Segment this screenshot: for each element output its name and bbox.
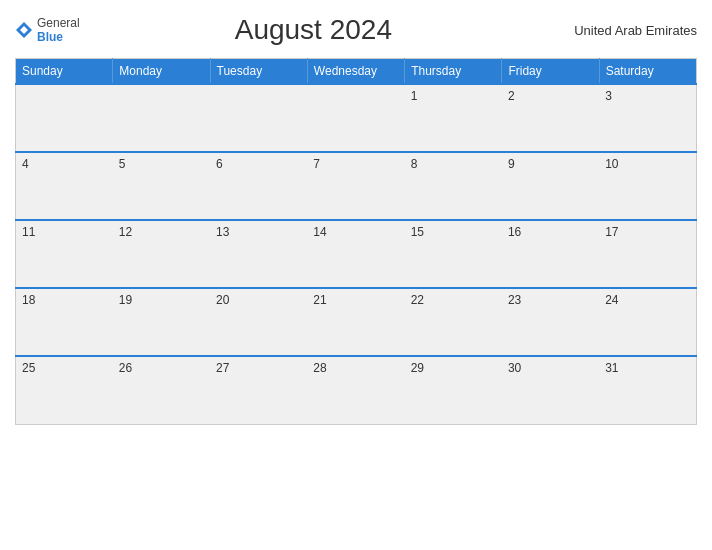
day-cell	[307, 84, 404, 152]
weekday-header-row: Sunday Monday Tuesday Wednesday Thursday…	[16, 59, 697, 85]
country-label: United Arab Emirates	[547, 23, 697, 38]
header-wednesday: Wednesday	[307, 59, 404, 85]
day-number: 26	[119, 361, 132, 375]
day-cell	[210, 84, 307, 152]
day-cell: 22	[405, 288, 502, 356]
header-friday: Friday	[502, 59, 599, 85]
day-number: 7	[313, 157, 320, 171]
day-cell: 18	[16, 288, 113, 356]
day-number: 30	[508, 361, 521, 375]
logo-blue: Blue	[37, 30, 80, 44]
day-cell: 31	[599, 356, 696, 424]
week-row-1: 45678910	[16, 152, 697, 220]
header-tuesday: Tuesday	[210, 59, 307, 85]
logo-general: General	[37, 16, 80, 30]
day-number: 10	[605, 157, 618, 171]
day-cell: 20	[210, 288, 307, 356]
day-cell: 14	[307, 220, 404, 288]
day-cell: 7	[307, 152, 404, 220]
day-cell	[113, 84, 210, 152]
day-cell: 8	[405, 152, 502, 220]
day-cell: 16	[502, 220, 599, 288]
day-cell: 29	[405, 356, 502, 424]
week-row-2: 11121314151617	[16, 220, 697, 288]
logo: General Blue	[15, 16, 80, 45]
day-cell: 27	[210, 356, 307, 424]
month-title: August 2024	[80, 14, 547, 46]
day-cell: 2	[502, 84, 599, 152]
day-number: 17	[605, 225, 618, 239]
day-number: 22	[411, 293, 424, 307]
calendar-body: 1234567891011121314151617181920212223242…	[16, 84, 697, 424]
header-thursday: Thursday	[405, 59, 502, 85]
day-number: 6	[216, 157, 223, 171]
day-number: 13	[216, 225, 229, 239]
day-cell: 3	[599, 84, 696, 152]
week-row-4: 25262728293031	[16, 356, 697, 424]
day-number: 29	[411, 361, 424, 375]
day-cell: 17	[599, 220, 696, 288]
logo-text: General Blue	[37, 16, 80, 45]
day-cell: 15	[405, 220, 502, 288]
day-number: 15	[411, 225, 424, 239]
header-saturday: Saturday	[599, 59, 696, 85]
logo-icon	[15, 21, 33, 39]
day-number: 3	[605, 89, 612, 103]
day-cell: 21	[307, 288, 404, 356]
day-number: 24	[605, 293, 618, 307]
day-number: 12	[119, 225, 132, 239]
header-monday: Monday	[113, 59, 210, 85]
day-cell: 9	[502, 152, 599, 220]
calendar-table: Sunday Monday Tuesday Wednesday Thursday…	[15, 58, 697, 425]
day-number: 18	[22, 293, 35, 307]
day-number: 5	[119, 157, 126, 171]
day-number: 19	[119, 293, 132, 307]
day-cell: 13	[210, 220, 307, 288]
day-number: 4	[22, 157, 29, 171]
day-number: 20	[216, 293, 229, 307]
calendar-page: General Blue August 2024 United Arab Emi…	[0, 0, 712, 550]
day-number: 14	[313, 225, 326, 239]
day-cell	[16, 84, 113, 152]
calendar-header: General Blue August 2024 United Arab Emi…	[15, 10, 697, 50]
day-cell: 19	[113, 288, 210, 356]
day-number: 27	[216, 361, 229, 375]
day-cell: 1	[405, 84, 502, 152]
header-sunday: Sunday	[16, 59, 113, 85]
day-cell: 28	[307, 356, 404, 424]
day-number: 9	[508, 157, 515, 171]
day-number: 11	[22, 225, 35, 239]
day-cell: 10	[599, 152, 696, 220]
day-number: 8	[411, 157, 418, 171]
day-number: 23	[508, 293, 521, 307]
week-row-0: 123	[16, 84, 697, 152]
day-number: 31	[605, 361, 618, 375]
day-number: 2	[508, 89, 515, 103]
day-cell: 26	[113, 356, 210, 424]
day-cell: 6	[210, 152, 307, 220]
day-cell: 30	[502, 356, 599, 424]
day-number: 16	[508, 225, 521, 239]
day-cell: 4	[16, 152, 113, 220]
day-number: 25	[22, 361, 35, 375]
day-cell: 11	[16, 220, 113, 288]
day-number: 21	[313, 293, 326, 307]
day-cell: 5	[113, 152, 210, 220]
day-cell: 25	[16, 356, 113, 424]
day-cell: 12	[113, 220, 210, 288]
day-cell: 24	[599, 288, 696, 356]
day-number: 1	[411, 89, 418, 103]
day-number: 28	[313, 361, 326, 375]
day-cell: 23	[502, 288, 599, 356]
week-row-3: 18192021222324	[16, 288, 697, 356]
